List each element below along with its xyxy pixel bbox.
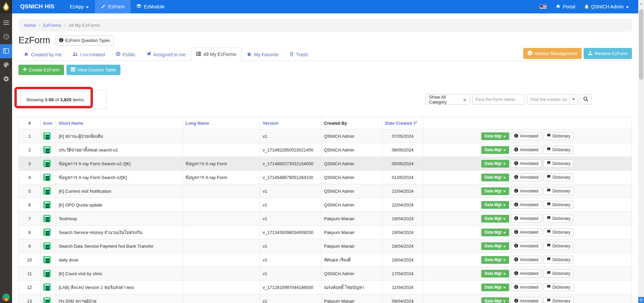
data-mgt-button[interactable]: Data Mgt xyxy=(481,160,509,168)
annotated-button[interactable]: Annotated xyxy=(511,256,542,264)
app-logo[interactable] xyxy=(0,0,12,13)
brand[interactable]: QSNICH HIS xyxy=(12,0,64,13)
nav-item-ezform[interactable]: EzForm xyxy=(95,0,130,13)
sidebar-menu-button[interactable] xyxy=(0,16,12,30)
dictionary-button[interactable]: Dictionary xyxy=(543,173,574,181)
dictionary-button[interactable]: Dictionary xyxy=(543,146,574,154)
search-button[interactable] xyxy=(580,94,592,105)
form-icon[interactable] xyxy=(43,201,51,208)
annotated-button[interactable]: Annotated xyxy=(511,132,542,140)
sidebar-history-button[interactable] xyxy=(0,30,12,44)
header-long-name[interactable]: Long Name xyxy=(183,117,260,129)
form-icon[interactable] xyxy=(43,256,51,263)
data-mgt-button[interactable]: Data Mgt xyxy=(481,229,509,236)
annotated-button[interactable]: Annotated xyxy=(511,160,542,168)
data-mgt-button[interactable]: Data Mgt xyxy=(481,270,509,278)
dictionary-button[interactable]: Dictionary xyxy=(543,132,574,140)
dictionary-button[interactable]: Dictionary xyxy=(543,187,574,195)
theme-flower-icon[interactable] xyxy=(2,294,10,301)
form-icon[interactable] xyxy=(43,242,51,250)
dictionary-button[interactable]: Dictionary xyxy=(543,160,574,168)
user-menu[interactable]: QSNICH Admin xyxy=(580,4,634,10)
tab-my-favorite[interactable]: My Favorite xyxy=(241,48,284,61)
data-mgt-button[interactable]: Data Mgt xyxy=(481,132,509,140)
scroll-corner-widget[interactable] xyxy=(638,297,644,303)
data-mgt-button[interactable]: Data Mgt xyxy=(481,297,509,303)
data-mgt-button[interactable]: Data Mgt xyxy=(481,284,509,291)
table-row: 2 ประวัติจ่ายยาทั้งหมด search-v2 v_17149… xyxy=(19,143,632,157)
scrollbar-thumb[interactable] xyxy=(639,9,643,80)
annotated-button[interactable]: Annotated xyxy=(511,215,542,223)
form-icon[interactable] xyxy=(43,132,51,140)
dictionary-button[interactable]: Dictionary xyxy=(543,297,574,303)
category-select[interactable]: Show All Category xyxy=(426,94,470,105)
version-management-button[interactable]: Version Management xyxy=(523,48,582,59)
dictionary-button[interactable]: Dictionary xyxy=(543,228,574,236)
dictionary-button[interactable]: Dictionary xyxy=(543,215,574,223)
data-mgt-button[interactable]: Data Mgt xyxy=(481,256,509,264)
nav-item-ezmodule[interactable]: EzModule xyxy=(130,0,170,13)
form-icon[interactable] xyxy=(43,229,51,236)
form-icon[interactable] xyxy=(43,146,51,154)
sidebar-theme-button[interactable] xyxy=(0,58,12,72)
tab-all-my-ezforms[interactable]: All My EzForms xyxy=(191,48,241,61)
question-types-button[interactable]: EzForm Question Types xyxy=(55,36,114,46)
sidebar-forms-button[interactable] xyxy=(0,44,12,58)
data-mgt-button[interactable]: Data Mgt xyxy=(481,146,509,154)
header-version[interactable]: Version xyxy=(260,117,321,129)
form-icon[interactable] xyxy=(43,215,51,222)
vertical-scrollbar[interactable]: ▲ xyxy=(638,0,644,303)
data-mgt-button[interactable]: Data Mgt xyxy=(481,201,509,209)
dictionary-button[interactable]: Dictionary xyxy=(543,283,574,291)
create-ezform-button[interactable]: Create EzForm xyxy=(18,65,64,75)
annotated-button[interactable]: Annotated xyxy=(511,269,542,278)
nav-item-ezapp[interactable]: EzApp xyxy=(64,0,95,13)
row-actions: Data Mgt Annotated Dictionary xyxy=(423,281,632,294)
data-mgt-button[interactable]: Data Mgt xyxy=(481,215,509,223)
data-mgt-button[interactable]: Data Mgt xyxy=(481,187,509,195)
form-icon[interactable] xyxy=(43,270,51,277)
header-short-name[interactable]: Short Name xyxy=(56,117,183,129)
form-icon[interactable] xyxy=(43,160,51,167)
header-date-created[interactable]: Date Created xyxy=(382,117,423,129)
clock-icon xyxy=(3,34,9,41)
form-icon[interactable] xyxy=(43,297,51,303)
annotated-button[interactable]: Annotated xyxy=(511,228,542,236)
tab-assigned-to-me[interactable]: Assigned to me xyxy=(141,48,191,61)
form-icon[interactable] xyxy=(43,284,51,291)
annotated-button[interactable]: Annotated xyxy=(511,146,542,154)
view-custom-table-button[interactable]: View Custom Table xyxy=(66,65,120,75)
form-icon[interactable] xyxy=(43,187,51,195)
dictionary-button[interactable]: Dictionary xyxy=(543,242,574,250)
form-name-input[interactable] xyxy=(472,94,525,105)
annotated-button[interactable]: Annotated xyxy=(511,242,542,250)
annotated-button[interactable]: Annotated xyxy=(511,201,542,209)
tab-trash[interactable]: Trash xyxy=(284,48,313,61)
creator-name-input[interactable] xyxy=(527,94,570,105)
breadcrumb-home[interactable]: Home xyxy=(24,23,36,28)
form-icon[interactable] xyxy=(43,174,51,181)
language-button[interactable] xyxy=(535,5,551,9)
data-mgt-button[interactable]: Data Mgt xyxy=(481,174,509,181)
book-icon xyxy=(547,147,551,153)
annotated-button[interactable]: Annotated xyxy=(511,297,542,303)
portal-link[interactable]: Portal xyxy=(551,4,580,9)
annotated-button[interactable]: Annotated xyxy=(511,283,542,291)
info-circle-icon xyxy=(514,189,518,194)
restore-ezform-button[interactable]: Restore EzForm xyxy=(584,48,632,59)
header-icon[interactable]: Icon xyxy=(41,117,56,129)
dictionary-button[interactable]: Dictionary xyxy=(543,201,574,209)
dictionary-button[interactable]: Dictionary xyxy=(543,256,574,264)
tab-created-by-me[interactable]: Created by me xyxy=(18,48,67,61)
annotated-button[interactable]: Annotated xyxy=(511,187,542,195)
tab-public[interactable]: Public xyxy=(110,48,141,61)
scroll-up-arrow-icon[interactable]: ▲ xyxy=(638,1,644,6)
breadcrumb-ezforms[interactable]: EzForms xyxy=(43,23,61,28)
table-grid-icon xyxy=(71,67,75,72)
annotated-button[interactable]: Annotated xyxy=(511,173,542,181)
sidebar-settings-button[interactable] xyxy=(0,72,12,86)
data-mgt-button[interactable]: Data Mgt xyxy=(481,242,509,250)
creator-dropdown-button[interactable] xyxy=(570,94,578,105)
tab-i-co-created[interactable]: I co-created xyxy=(67,48,110,61)
dictionary-button[interactable]: Dictionary xyxy=(543,269,574,278)
